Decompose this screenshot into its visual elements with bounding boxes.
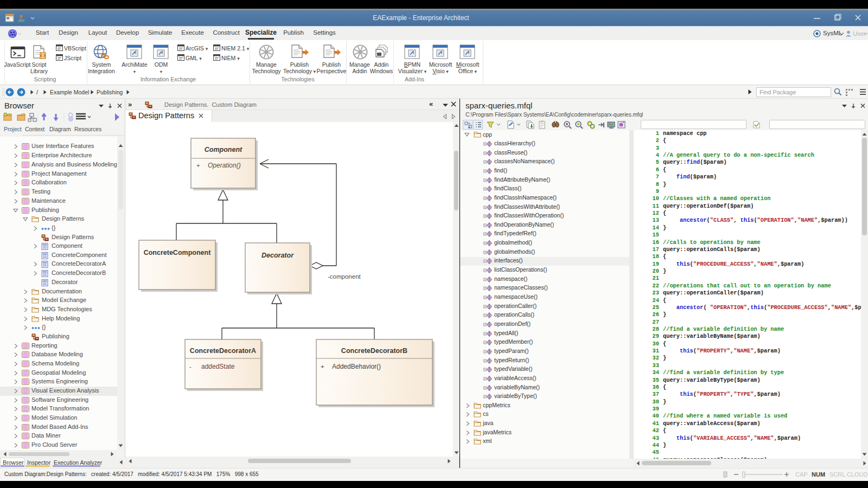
svg-text:+: + bbox=[321, 363, 324, 370]
svg-text:ConcreteDecoratorA: ConcreteDecoratorA bbox=[190, 347, 256, 355]
svg-text:addedState: addedState bbox=[201, 363, 235, 370]
svg-text:-component: -component bbox=[328, 273, 361, 280]
svg-text:-: - bbox=[189, 363, 192, 370]
svg-text:+: + bbox=[196, 162, 200, 169]
svg-text:AddedBehavior(): AddedBehavior() bbox=[332, 363, 381, 370]
svg-text:ConcreteDecoratorB: ConcreteDecoratorB bbox=[341, 347, 407, 355]
svg-text:Operation(): Operation() bbox=[208, 162, 241, 169]
svg-text:ConcreteComponent: ConcreteComponent bbox=[144, 249, 211, 256]
svg-text:Decorator: Decorator bbox=[261, 252, 294, 259]
svg-text:Component: Component bbox=[205, 146, 242, 153]
